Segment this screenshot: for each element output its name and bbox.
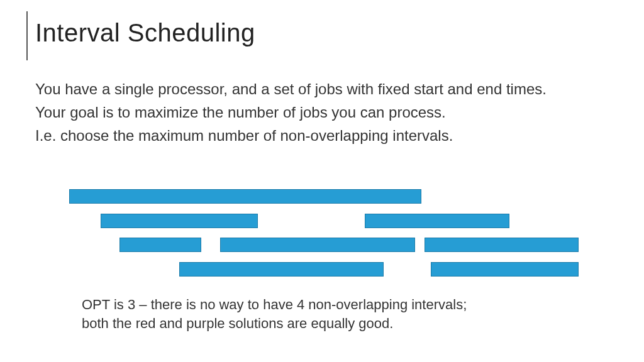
interval-bar: [365, 214, 509, 228]
body-paragraph: Your goal is to maximize the number of j…: [35, 102, 614, 122]
opt-caption: OPT is 3 – there is no way to have 4 non…: [82, 295, 585, 332]
caption-line: both the red and purple solutions are eq…: [82, 315, 393, 331]
interval-bar: [179, 262, 384, 277]
title-accent-bar: [26, 11, 28, 60]
body-paragraph: I.e. choose the maximum number of non-ov…: [35, 126, 614, 145]
slide-title: Interval Scheduling: [35, 19, 255, 47]
interval-bar: [431, 262, 579, 277]
body-paragraph: You have a single processor, and a set o…: [35, 79, 614, 99]
interval-bar: [220, 238, 415, 252]
interval-bar: [69, 189, 421, 204]
interval-bar: [119, 238, 201, 252]
interval-bar: [101, 214, 258, 228]
body-text-block: You have a single processor, and a set o…: [35, 79, 614, 150]
caption-line: OPT is 3 – there is no way to have 4 non…: [82, 297, 467, 312]
interval-bar: [425, 238, 579, 252]
interval-chart: [69, 184, 597, 282]
